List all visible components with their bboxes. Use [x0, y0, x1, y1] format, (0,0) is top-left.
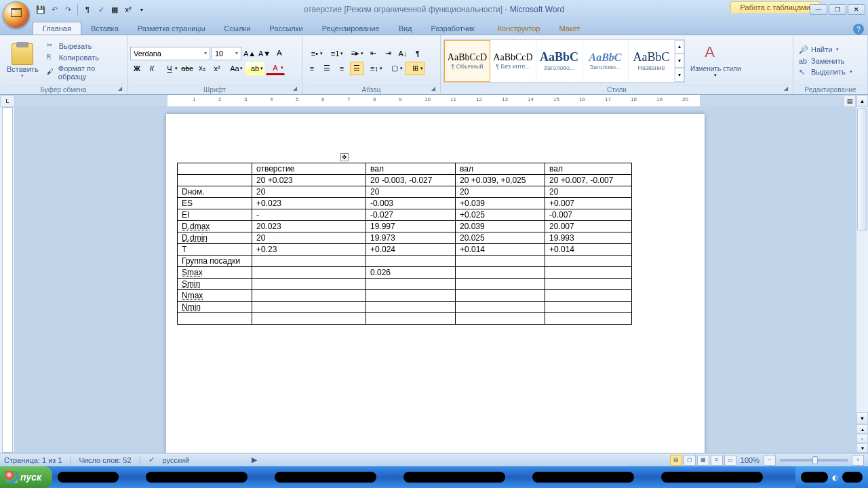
table-icon[interactable]: ▦	[109, 4, 120, 15]
table-cell[interactable]	[545, 267, 632, 279]
font-size-combo[interactable]: 10▾	[212, 47, 241, 60]
table-cell[interactable]	[456, 279, 545, 290]
qat-dropdown-icon[interactable]: ▾	[136, 4, 147, 15]
table-cell[interactable]: +0.025	[456, 209, 545, 221]
table-cell[interactable]: 20.023	[252, 221, 366, 232]
proofing-icon[interactable]: ✓	[149, 455, 155, 464]
italic-button[interactable]: К	[145, 62, 159, 75]
draft-view[interactable]: ▭	[724, 455, 736, 466]
tab-layout[interactable]: Макет	[549, 22, 589, 35]
grow-font-button[interactable]: A▲	[243, 47, 256, 60]
table-cell[interactable]: Smin	[178, 279, 252, 290]
spellcheck-icon[interactable]: ✓	[96, 4, 106, 15]
gallery-down[interactable]: ▾	[675, 54, 684, 68]
start-button[interactable]: пуск	[0, 466, 52, 488]
table-cell[interactable]: отверстие	[252, 163, 366, 175]
table-cell[interactable]	[456, 302, 545, 313]
table-cell[interactable]	[252, 302, 366, 313]
line-spacing-button[interactable]: ≡↕	[365, 62, 384, 75]
justify-button[interactable]: ☰	[350, 62, 363, 75]
pilcrow-icon[interactable]: ¶	[82, 4, 93, 15]
table-cell[interactable]: +0.024	[366, 244, 456, 256]
align-left-button[interactable]: ≡	[305, 62, 319, 75]
tab-design[interactable]: Конструктор	[488, 22, 550, 35]
next-page-button[interactable]: ▾	[856, 443, 868, 453]
table-cell[interactable]: Nmax	[178, 290, 252, 302]
table-cell[interactable]	[545, 256, 632, 267]
outline-view[interactable]: ≡	[711, 455, 723, 466]
table-cell[interactable]: 20.025	[456, 232, 545, 244]
tab-references[interactable]: Ссылки	[215, 22, 260, 35]
prev-page-button[interactable]: ▴	[856, 424, 868, 434]
table-cell[interactable]: 20 +0.007, -0.007	[545, 175, 632, 186]
table-cell[interactable]: вал	[545, 163, 632, 175]
align-right-button[interactable]: ≡	[335, 62, 349, 75]
table-cell[interactable]: +0.23	[252, 244, 366, 256]
styles-gallery[interactable]: AaBbCcD¶ ОбычныйAaBbCcD¶ Без инте...AaBb…	[443, 39, 685, 83]
table-cell[interactable]: D,dmax	[178, 221, 252, 232]
table-cell[interactable]	[178, 163, 252, 175]
tab-page-layout[interactable]: Разметка страницы	[128, 22, 215, 35]
ruler-toggle-button[interactable]: ▤	[844, 95, 856, 107]
browse-object-button[interactable]: ◦	[856, 434, 868, 443]
table-cell[interactable]	[366, 290, 456, 302]
table-cell[interactable]: -0.007	[545, 209, 632, 221]
table-cell[interactable]: 20 -0.003, -0.027	[366, 175, 456, 186]
vertical-ruler[interactable]	[0, 107, 15, 453]
style-item[interactable]: AaBbCЗаголово...	[536, 40, 583, 82]
table-cell[interactable]: -	[252, 209, 366, 221]
table-cell[interactable]: +0.014	[545, 244, 632, 256]
bullets-button[interactable]: ≡•	[305, 47, 324, 60]
tab-mailings[interactable]: Рассылки	[260, 22, 312, 35]
table-cell[interactable]	[252, 290, 366, 302]
save-icon[interactable]: 💾	[35, 4, 46, 15]
font-color-button[interactable]: A	[266, 62, 285, 75]
show-marks-button[interactable]: ¶	[411, 47, 425, 60]
clipboard-launcher[interactable]: ◢	[117, 85, 125, 93]
paragraph-launcher[interactable]: ◢	[431, 85, 439, 93]
print-layout-view[interactable]: ▤	[670, 455, 682, 466]
zoom-thumb[interactable]	[812, 456, 818, 464]
table-cell[interactable]: 20	[252, 232, 366, 244]
table-cell[interactable]: Nmin	[178, 302, 252, 313]
macro-icon[interactable]: ▶	[252, 455, 257, 464]
minimize-button[interactable]: —	[810, 4, 827, 15]
change-case-button[interactable]: Aa	[225, 62, 244, 75]
zoom-in-button[interactable]: +	[852, 455, 864, 466]
tab-review[interactable]: Рецензирование	[313, 22, 389, 35]
table-cell[interactable]: 20	[252, 186, 366, 198]
word-count[interactable]: Число слов: 52	[79, 456, 132, 464]
change-styles-button[interactable]: A Изменить стили ▾	[686, 43, 745, 78]
table-cell[interactable]: 0.026	[366, 267, 456, 279]
paste-button[interactable]: Вставить ▾	[3, 42, 43, 80]
gallery-more[interactable]: ▾	[675, 68, 684, 82]
system-tray[interactable]: ◐	[795, 466, 868, 488]
numbering-button[interactable]: ≡1	[326, 47, 344, 60]
table-cell[interactable]	[252, 313, 366, 325]
table-cell[interactable]: Dном.	[178, 186, 252, 198]
table-cell[interactable]: 19.993	[545, 232, 632, 244]
tab-view[interactable]: Вид	[389, 22, 422, 35]
table-cell[interactable]: +0.014	[456, 244, 545, 256]
table-cell[interactable]: вал	[456, 163, 545, 175]
style-item[interactable]: AaBbCЗаголово...	[583, 40, 629, 82]
vertical-scrollbar[interactable]: ▲ ▼ ▴ ◦ ▾	[856, 95, 868, 453]
cut-button[interactable]: ✂Вырезать	[44, 41, 124, 52]
subscript-button[interactable]: x₂	[195, 62, 209, 75]
scroll-up-button[interactable]: ▲	[856, 95, 868, 107]
underline-button[interactable]: Ч	[160, 62, 179, 75]
table-cell[interactable]: +0.023	[252, 198, 366, 209]
align-center-button[interactable]: ☰	[320, 62, 334, 75]
font-launcher[interactable]: ◢	[292, 85, 300, 93]
tab-home[interactable]: Главная	[33, 22, 81, 35]
increase-indent-button[interactable]: ⇥	[381, 47, 395, 60]
restore-button[interactable]: ❐	[829, 4, 846, 15]
undo-icon[interactable]: ↶	[49, 4, 60, 15]
table-cell[interactable]: -0.003	[366, 198, 456, 209]
table-cell[interactable]	[456, 267, 545, 279]
table-cell[interactable]: Группа посадки	[178, 256, 252, 267]
style-item[interactable]: AaBbCcD¶ Без инте...	[490, 40, 536, 82]
table-move-handle[interactable]: ✥	[340, 153, 349, 161]
document-scroll[interactable]: ✥ отверстиевалвалвал20 +0.02320 -0.003, …	[15, 107, 856, 453]
table-cell[interactable]	[178, 313, 252, 325]
